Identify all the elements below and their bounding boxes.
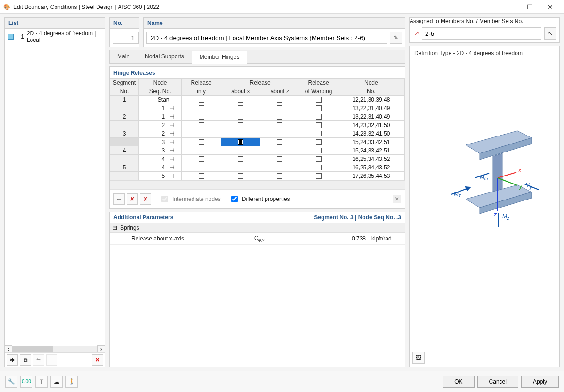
different-properties-check[interactable]: Different properties	[229, 194, 290, 204]
cell-release-warp[interactable]	[299, 112, 338, 121]
cell-release-about-z[interactable]	[260, 129, 299, 138]
table-row[interactable]: 3.2⊣14,23,32,41,50	[110, 129, 405, 138]
scroll-left-icon[interactable]: ‹	[5, 345, 12, 353]
cell-release-y[interactable]	[182, 112, 221, 121]
hinge-table[interactable]: Segment Node Release Release Release Nod…	[110, 78, 405, 180]
cell-release-about-x[interactable]	[221, 138, 260, 146]
cell-release-y[interactable]	[182, 96, 221, 104]
table-row[interactable]: .2⊣14,23,32,41,50	[110, 121, 405, 129]
spring-row[interactable]: Release about x-axis Cφ,x 0.738 kipft/ra…	[110, 233, 405, 245]
copy-button[interactable]: ⧉	[20, 354, 31, 366]
list-area[interactable]: 1 2D - 4 degrees of freedom | Local	[5, 29, 105, 345]
cell-release-about-x[interactable]	[221, 112, 260, 121]
springs-header[interactable]: ⊟ Springs	[110, 223, 405, 233]
tab-main[interactable]: Main	[110, 50, 137, 63]
delete-button[interactable]: ✕	[92, 354, 103, 366]
cell-release-about-z[interactable]	[260, 104, 299, 112]
cell-release-about-x[interactable]	[221, 96, 260, 104]
intermediate-nodes-check[interactable]: Intermediate nodes	[160, 194, 221, 204]
springs-label: Springs	[120, 224, 139, 231]
cell-release-about-x[interactable]	[221, 163, 260, 172]
cell-release-about-x[interactable]	[221, 121, 260, 129]
scroll-right-icon[interactable]: ›	[97, 345, 105, 353]
cell-release-about-z[interactable]	[260, 146, 299, 155]
tool-cloud-button[interactable]: ☁	[50, 376, 63, 388]
arrow-left-button[interactable]: ←	[113, 193, 125, 205]
cell-release-about-x[interactable]	[221, 146, 260, 155]
clear2-button[interactable]: ✘	[140, 193, 151, 205]
scroll-track[interactable]	[12, 346, 97, 352]
table-row[interactable]: 4.3⊣15,24,33,42,51	[110, 146, 405, 155]
cell-release-about-z[interactable]	[260, 172, 299, 180]
cell-seq: .3⊣	[138, 146, 181, 155]
cell-release-y[interactable]	[182, 138, 221, 146]
cell-release-about-z[interactable]	[260, 163, 299, 172]
collapse-icon[interactable]: ⊟	[113, 224, 117, 231]
new-button[interactable]: ✱	[7, 354, 18, 366]
cell-release-y[interactable]	[182, 146, 221, 155]
close-button[interactable]: ✕	[540, 0, 561, 14]
ok-button[interactable]: OK	[443, 376, 474, 388]
spring-value[interactable]: 0.738	[298, 233, 369, 244]
table-row[interactable]: .1⊣13,22,31,40,49	[110, 104, 405, 112]
minimize-button[interactable]: —	[499, 0, 519, 14]
cell-release-about-x[interactable]	[221, 172, 260, 180]
cell-release-warp[interactable]	[299, 96, 338, 104]
tab-member-hinges[interactable]: Member Hinges	[192, 51, 248, 64]
tool-walk-button[interactable]: 🚶	[65, 376, 78, 388]
cell-release-about-x[interactable]	[221, 129, 260, 138]
apply-button[interactable]: Apply	[521, 376, 559, 388]
view-options-button[interactable]: 🖼	[412, 352, 425, 364]
cell-release-warp[interactable]	[299, 146, 338, 155]
cell-release-warp[interactable]	[299, 172, 338, 180]
cell-release-y[interactable]	[182, 172, 221, 180]
table-row[interactable]: 5.4⊣16,25,34,43,52	[110, 163, 405, 172]
cell-release-warp[interactable]	[299, 121, 338, 129]
table-row[interactable]: .5⊣17,26,35,44,53	[110, 172, 405, 180]
col-node-seq-2: Seq. No.	[138, 87, 181, 96]
cell-release-y[interactable]	[182, 155, 221, 163]
edit-name-button[interactable]: ✎	[390, 32, 402, 44]
close-options-button[interactable]: ✕	[393, 195, 401, 203]
cell-release-y[interactable]	[182, 163, 221, 172]
cell-seq: .1⊣	[138, 104, 181, 112]
tool-wrench-button[interactable]: 🔧	[5, 376, 17, 388]
table-row[interactable]: 2.1⊣13,22,31,40,49	[110, 112, 405, 121]
clear1-button[interactable]: ✘	[127, 193, 138, 205]
tool-section-button[interactable]: ⌶	[35, 376, 48, 388]
cell-release-about-z[interactable]	[260, 155, 299, 163]
tab-nodal-supports[interactable]: Nodal Supports	[137, 50, 192, 63]
cell-release-y[interactable]	[182, 121, 221, 129]
cell-release-about-z[interactable]	[260, 112, 299, 121]
maximize-button[interactable]: ☐	[519, 0, 540, 14]
assigned-input[interactable]	[422, 27, 541, 40]
spring-symbol: Cφ,x	[251, 233, 298, 244]
list-item[interactable]: 1 2D - 4 degrees of freedom | Local	[5, 29, 105, 45]
cell-release-y[interactable]	[182, 129, 221, 138]
tool3-button[interactable]: ⇆	[33, 354, 44, 366]
cell-release-y[interactable]	[182, 104, 221, 112]
cell-release-about-z[interactable]	[260, 96, 299, 104]
name-input[interactable]	[146, 32, 387, 44]
col-warp-2: of Warping	[299, 87, 338, 96]
tool-decimals-button[interactable]: 0.00	[20, 376, 32, 388]
cell-release-warp[interactable]	[299, 155, 338, 163]
table-row[interactable]: .3⊣15,24,33,42,51	[110, 138, 405, 146]
cell-release-about-z[interactable]	[260, 121, 299, 129]
table-row[interactable]: .4⊣16,25,34,43,52	[110, 155, 405, 163]
cancel-button[interactable]: Cancel	[477, 376, 518, 388]
cell-release-warp[interactable]	[299, 129, 338, 138]
cell-release-warp[interactable]	[299, 163, 338, 172]
cell-release-about-z[interactable]	[260, 138, 299, 146]
pick-members-button[interactable]: ↖	[544, 27, 556, 40]
different-properties-checkbox[interactable]	[231, 196, 238, 202]
no-input[interactable]	[113, 32, 139, 44]
cell-release-warp[interactable]	[299, 104, 338, 112]
list-h-scroll[interactable]: ‹ ›	[5, 345, 105, 352]
tool4-button[interactable]: ⋯	[46, 354, 57, 366]
scroll-thumb[interactable]	[12, 346, 53, 352]
table-row[interactable]: 1Start12,21,30,39,48	[110, 96, 405, 104]
cell-release-about-x[interactable]	[221, 155, 260, 163]
cell-release-warp[interactable]	[299, 138, 338, 146]
cell-release-about-x[interactable]	[221, 104, 260, 112]
